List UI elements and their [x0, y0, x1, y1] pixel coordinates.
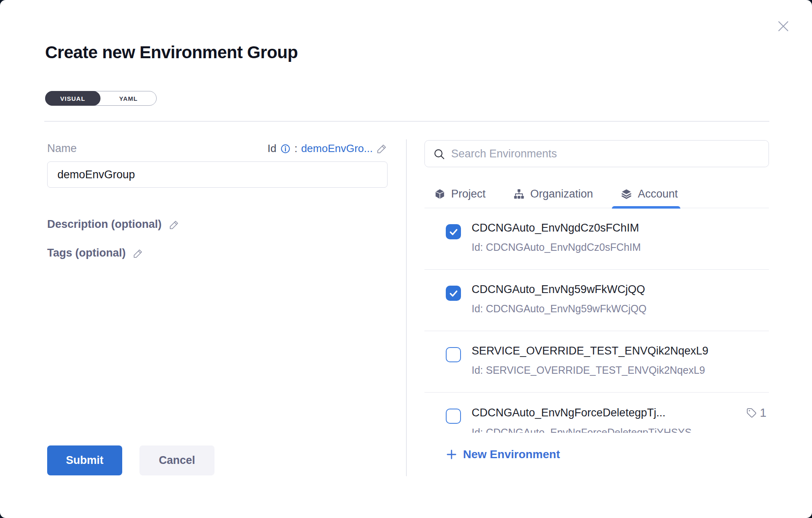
check-icon — [448, 288, 459, 299]
environment-id: Id: CDCNGAuto_EnvNg59wFkWCjQQ — [472, 303, 766, 315]
id-value: demoEnvGro... — [301, 142, 373, 155]
checkbox-column — [424, 283, 472, 331]
new-environment-label: New Environment — [463, 448, 560, 461]
new-environment-button[interactable]: New Environment — [424, 448, 560, 461]
pencil-icon — [169, 219, 180, 230]
search-icon — [433, 148, 445, 160]
environment-row: CDCNGAuto_EnvNg59wFkWCjQQ Id: CDCNGAuto_… — [424, 270, 769, 331]
tags-label: Tags (optional) — [47, 247, 125, 259]
edit-description-button[interactable] — [169, 219, 180, 230]
scope-tabs: Project Organization Account — [424, 180, 769, 208]
header-divider — [44, 121, 769, 122]
environment-content: CDCNGAuto_EnvNgForceDeletegpTj... 1 Id: … — [472, 406, 769, 433]
environment-name: CDCNGAuto_EnvNgForceDeletegpTj... — [472, 407, 666, 419]
pencil-icon — [376, 143, 388, 154]
name-label: Name — [47, 142, 77, 155]
environment-tag-badge: 1 — [741, 406, 766, 420]
tab-label: Account — [638, 188, 678, 200]
submit-button[interactable]: Submit — [47, 445, 122, 475]
environment-tag-count: 1 — [760, 406, 766, 420]
org-chart-icon — [513, 189, 525, 200]
id-colon: : — [294, 142, 297, 155]
environment-checkbox[interactable] — [446, 224, 461, 239]
environment-checkbox[interactable] — [446, 347, 461, 362]
layers-icon — [621, 189, 632, 200]
environment-select-panel: Project Organization Account — [424, 140, 769, 462]
info-icon[interactable] — [280, 143, 291, 154]
environment-checkbox[interactable] — [446, 286, 461, 301]
create-environment-group-dialog: Create new Environment Group VISUAL YAML… — [0, 0, 812, 518]
visual-yaml-toggle: VISUAL YAML — [45, 91, 157, 106]
toggle-visual[interactable]: VISUAL — [45, 91, 101, 106]
cancel-button[interactable]: Cancel — [139, 445, 214, 475]
environment-row: CDCNGAuto_EnvNgdCz0sFChIM Id: CDCNGAuto_… — [424, 208, 769, 270]
search-input[interactable] — [425, 141, 769, 167]
environment-list: CDCNGAuto_EnvNgdCz0sFChIM Id: CDCNGAuto_… — [424, 208, 769, 433]
panel-divider — [406, 139, 407, 476]
tab-organization[interactable]: Organization — [513, 180, 593, 208]
checkbox-column — [424, 345, 472, 392]
environment-id: Id: CDCNGAuto_EnvNgdCz0sFChIM — [472, 241, 766, 253]
environment-title-row: CDCNGAuto_EnvNgForceDeletegpTj... 1 — [472, 406, 766, 420]
tag-icon — [746, 407, 757, 418]
environment-id: Id: SERVICE_OVERRIDE_TEST_ENVQik2NqexL9 — [472, 364, 766, 376]
environment-content: CDCNGAuto_EnvNg59wFkWCjQQ Id: CDCNGAuto_… — [472, 283, 769, 331]
environment-row: SERVICE_OVERRIDE_TEST_ENVQik2NqexL9 Id: … — [424, 331, 769, 393]
environment-title-row: CDCNGAuto_EnvNgdCz0sFChIM — [472, 222, 766, 234]
edit-tags-button[interactable] — [133, 248, 144, 259]
id-label: Id — [267, 142, 276, 155]
check-icon — [448, 227, 459, 237]
search-box — [424, 140, 769, 167]
tags-row: Tags (optional) — [47, 247, 144, 259]
description-row: Description (optional) — [47, 218, 180, 231]
environment-name: SERVICE_OVERRIDE_TEST_ENVQik2NqexL9 — [472, 345, 708, 357]
description-label: Description (optional) — [47, 218, 162, 231]
tab-account[interactable]: Account — [621, 180, 678, 208]
checkbox-column — [424, 222, 472, 269]
environment-content: CDCNGAuto_EnvNgdCz0sFChIM Id: CDCNGAuto_… — [472, 222, 769, 269]
tab-label: Organization — [530, 188, 593, 200]
environment-id: Id: CDCNGAuto_EnvNgForceDeletegpTjYHSYS — [472, 427, 766, 433]
name-input[interactable] — [47, 161, 388, 188]
environment-content: SERVICE_OVERRIDE_TEST_ENVQik2NqexL9 Id: … — [472, 345, 769, 392]
cube-icon — [434, 189, 445, 200]
identifier-group: Id : demoEnvGro... — [267, 142, 388, 155]
name-id-row: Name Id : demoEnvGro... — [47, 142, 388, 155]
page-title: Create new Environment Group — [45, 43, 298, 62]
environment-name: CDCNGAuto_EnvNgdCz0sFChIM — [472, 222, 639, 234]
environment-title-row: CDCNGAuto_EnvNg59wFkWCjQQ — [472, 283, 766, 296]
environment-title-row: SERVICE_OVERRIDE_TEST_ENVQik2NqexL9 — [472, 345, 766, 357]
environment-row: CDCNGAuto_EnvNgForceDeletegpTj... 1 Id: … — [424, 393, 769, 433]
environment-name: CDCNGAuto_EnvNg59wFkWCjQQ — [472, 283, 645, 296]
toggle-yaml[interactable]: YAML — [100, 91, 156, 106]
close-icon — [776, 19, 791, 34]
plus-icon — [446, 449, 457, 460]
tab-label: Project — [451, 188, 486, 200]
tab-project[interactable]: Project — [434, 180, 486, 208]
pencil-icon — [133, 248, 144, 259]
environment-checkbox[interactable] — [446, 409, 461, 424]
edit-id-button[interactable] — [376, 143, 388, 154]
close-button[interactable] — [774, 17, 792, 35]
checkbox-column — [424, 406, 472, 433]
